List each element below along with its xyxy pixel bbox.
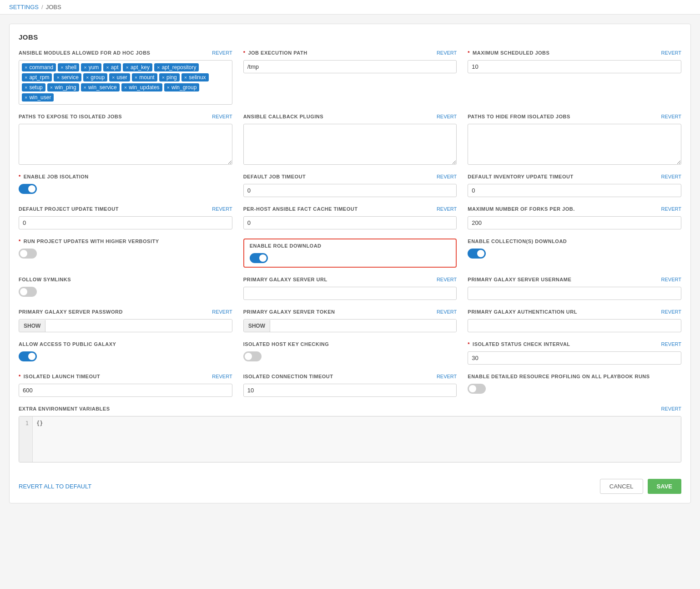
default-project-update-timeout-revert[interactable]: REVERT bbox=[212, 206, 232, 212]
primary-galaxy-server-url-input[interactable] bbox=[243, 287, 457, 300]
paths-to-hide-textarea[interactable] bbox=[468, 124, 681, 165]
default-job-timeout-revert[interactable]: REVERT bbox=[437, 174, 457, 179]
primary-galaxy-server-username-revert[interactable]: REVERT bbox=[661, 277, 681, 282]
primary-galaxy-authentication-url-input[interactable] bbox=[468, 319, 681, 332]
paths-to-expose-group: PATHS TO EXPOSE TO ISOLATED JOBS REVERT bbox=[19, 114, 232, 165]
isolated-status-check-interval-label: ISOLATED STATUS CHECK INTERVAL bbox=[468, 341, 570, 347]
tag-win-group[interactable]: ×win_group bbox=[164, 83, 200, 91]
max-scheduled-jobs-group: MAXIMUM SCHEDULED JOBS REVERT 10 bbox=[468, 50, 681, 105]
primary-galaxy-server-url-group: PRIMARY GALAXY SERVER URL REVERT bbox=[243, 277, 457, 300]
job-execution-path-revert[interactable]: REVERT bbox=[437, 50, 457, 56]
tag-setup[interactable]: ×setup bbox=[22, 83, 45, 91]
tag-win-updates[interactable]: ×win_updates bbox=[121, 83, 162, 91]
paths-to-hide-revert[interactable]: REVERT bbox=[661, 114, 681, 119]
tag-group[interactable]: ×group bbox=[83, 73, 107, 81]
primary-galaxy-authentication-url-revert[interactable]: REVERT bbox=[661, 309, 681, 315]
extra-environment-variables-editor[interactable]: 1 {} bbox=[19, 416, 681, 462]
tag-shell[interactable]: ×shell bbox=[58, 63, 79, 71]
enable-job-isolation-toggle[interactable] bbox=[19, 184, 37, 194]
job-execution-path-input[interactable]: /tmp bbox=[243, 60, 457, 73]
default-inventory-update-timeout-revert[interactable]: REVERT bbox=[661, 174, 681, 179]
enable-role-download-toggle[interactable] bbox=[250, 253, 268, 263]
per-host-fact-cache-timeout-label: PER-HOST ANSIBLE FACT CACHE TIMEOUT bbox=[243, 206, 358, 212]
tag-apt-rpm[interactable]: ×apt_rpm bbox=[22, 73, 52, 81]
tag-mount[interactable]: ×mount bbox=[132, 73, 157, 81]
tag-selinux[interactable]: ×selinux bbox=[181, 73, 209, 81]
primary-galaxy-authentication-url-group: PRIMARY GALAXY AUTHENTICATION URL REVERT bbox=[468, 309, 681, 332]
enable-collections-download-toggle[interactable] bbox=[468, 249, 486, 259]
max-scheduled-jobs-revert[interactable]: REVERT bbox=[661, 50, 681, 56]
enable-detailed-resource-profiling-label: ENABLE DETAILED RESOURCE PROFILING ON AL… bbox=[468, 374, 650, 379]
primary-galaxy-server-username-label: PRIMARY GALAXY SERVER USERNAME bbox=[468, 277, 571, 282]
isolated-status-check-interval-revert[interactable]: REVERT bbox=[661, 341, 681, 347]
paths-to-expose-textarea[interactable] bbox=[19, 124, 232, 165]
top-bar: SETTINGS / JOBS bbox=[0, 0, 700, 15]
extra-environment-variables-revert[interactable]: REVERT bbox=[661, 406, 681, 411]
tag-yum[interactable]: ×yum bbox=[81, 63, 101, 71]
tag-apt-key[interactable]: ×apt_key bbox=[123, 63, 152, 71]
primary-galaxy-server-password-field: SHOW bbox=[19, 319, 232, 332]
max-scheduled-jobs-input[interactable]: 10 bbox=[468, 60, 681, 73]
ansible-modules-revert[interactable]: REVERT bbox=[212, 50, 232, 56]
tag-apt-repository[interactable]: ×apt_repository bbox=[154, 63, 199, 71]
default-project-update-timeout-label: DEFAULT PROJECT UPDATE TIMEOUT bbox=[19, 206, 119, 212]
tag-user[interactable]: ×user bbox=[109, 73, 130, 81]
default-inventory-update-timeout-input[interactable]: 0 bbox=[468, 184, 681, 197]
isolated-launch-timeout-label: ISOLATED LAUNCH TIMEOUT bbox=[19, 374, 100, 379]
tag-ping[interactable]: ×ping bbox=[159, 73, 180, 81]
bottom-actions: REVERT ALL TO DEFAULT CANCEL SAVE bbox=[19, 472, 681, 494]
ansible-callback-plugins-revert[interactable]: REVERT bbox=[437, 114, 457, 119]
max-forks-per-job-input[interactable]: 200 bbox=[468, 216, 681, 229]
allow-access-public-galaxy-toggle[interactable] bbox=[19, 351, 37, 361]
tag-win-service[interactable]: ×win_service bbox=[81, 83, 120, 91]
primary-galaxy-server-password-input[interactable] bbox=[45, 320, 232, 332]
isolated-launch-timeout-group: ISOLATED LAUNCH TIMEOUT REVERT 600 bbox=[19, 374, 232, 397]
default-job-timeout-input[interactable]: 0 bbox=[243, 184, 457, 197]
isolated-host-key-checking-toggle[interactable] bbox=[243, 351, 262, 361]
ansible-callback-plugins-textarea[interactable] bbox=[243, 124, 457, 165]
primary-galaxy-server-username-input[interactable] bbox=[468, 287, 681, 300]
tag-service[interactable]: ×service bbox=[54, 73, 81, 81]
line-number: 1 bbox=[19, 416, 33, 462]
breadcrumb-current: JOBS bbox=[46, 4, 61, 10]
enable-detailed-resource-profiling-toggle[interactable] bbox=[468, 384, 486, 394]
enable-collections-download-label: ENABLE COLLECTION(S) DOWNLOAD bbox=[468, 239, 567, 244]
enable-job-isolation-group: ENABLE JOB ISOLATION bbox=[19, 174, 232, 197]
paths-to-hide-label: PATHS TO HIDE FROM ISOLATED JOBS bbox=[468, 114, 570, 119]
enable-detailed-resource-profiling-group: ENABLE DETAILED RESOURCE PROFILING ON AL… bbox=[468, 374, 681, 397]
paths-to-expose-revert[interactable]: REVERT bbox=[212, 114, 232, 119]
tag-apt[interactable]: ×apt bbox=[103, 63, 121, 71]
isolated-host-key-checking-group: ISOLATED HOST KEY CHECKING bbox=[243, 341, 457, 365]
default-project-update-timeout-group: DEFAULT PROJECT UPDATE TIMEOUT REVERT 0 bbox=[19, 206, 232, 229]
save-button[interactable]: SAVE bbox=[648, 479, 681, 494]
isolated-launch-timeout-input[interactable]: 600 bbox=[19, 384, 232, 397]
per-host-fact-cache-timeout-revert[interactable]: REVERT bbox=[437, 206, 457, 212]
default-project-update-timeout-input[interactable]: 0 bbox=[19, 216, 232, 229]
breadcrumb-settings[interactable]: SETTINGS bbox=[9, 4, 39, 10]
isolated-launch-timeout-revert[interactable]: REVERT bbox=[212, 374, 232, 379]
max-scheduled-jobs-label: MAXIMUM SCHEDULED JOBS bbox=[468, 50, 549, 56]
enable-job-isolation-label: ENABLE JOB ISOLATION bbox=[19, 174, 89, 179]
enable-collections-download-group: ENABLE COLLECTION(S) DOWNLOAD bbox=[468, 239, 681, 268]
cancel-button[interactable]: CANCEL bbox=[600, 479, 643, 494]
tag-win-user[interactable]: ×win_user bbox=[22, 93, 54, 102]
max-forks-per-job-revert[interactable]: REVERT bbox=[661, 206, 681, 212]
follow-symlinks-toggle[interactable] bbox=[19, 287, 37, 297]
run-project-updates-toggle[interactable] bbox=[19, 249, 37, 259]
tag-win-ping[interactable]: ×win_ping bbox=[47, 83, 79, 91]
primary-galaxy-server-url-revert[interactable]: REVERT bbox=[437, 277, 457, 282]
isolated-connection-timeout-input[interactable]: 10 bbox=[243, 384, 457, 397]
ansible-modules-tags[interactable]: ×command ×shell ×yum ×apt ×apt_key ×apt_… bbox=[19, 60, 232, 105]
tag-command[interactable]: ×command bbox=[22, 63, 56, 71]
primary-galaxy-server-token-input[interactable] bbox=[270, 320, 456, 332]
primary-galaxy-server-password-show-btn[interactable]: SHOW bbox=[19, 320, 45, 332]
primary-galaxy-server-token-revert[interactable]: REVERT bbox=[437, 309, 457, 315]
per-host-fact-cache-timeout-input[interactable]: 0 bbox=[243, 216, 457, 229]
primary-galaxy-server-token-show-btn[interactable]: SHOW bbox=[244, 320, 270, 332]
isolated-connection-timeout-revert[interactable]: REVERT bbox=[437, 374, 457, 379]
primary-galaxy-server-url-label: PRIMARY GALAXY SERVER URL bbox=[243, 277, 327, 282]
primary-galaxy-server-password-revert[interactable]: REVERT bbox=[212, 309, 232, 315]
isolated-status-check-interval-input[interactable]: 30 bbox=[468, 351, 681, 365]
revert-all-to-default-button[interactable]: REVERT ALL TO DEFAULT bbox=[19, 483, 91, 490]
code-content[interactable]: {} bbox=[33, 416, 681, 462]
